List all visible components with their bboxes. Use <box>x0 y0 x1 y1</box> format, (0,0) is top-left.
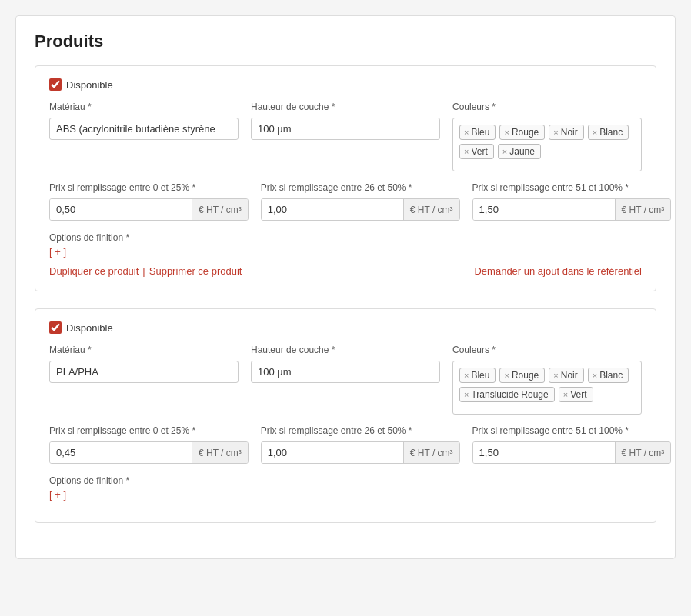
hauteur-label: Hauteur de couche * <box>251 345 440 355</box>
color-tag[interactable]: ×Bleu <box>459 368 496 383</box>
products-list: Disponible Matériau * Hauteur de couche … <box>35 65 656 523</box>
prix-51-100-label: Prix si remplissage entre 51 et 100% * <box>472 182 672 193</box>
disponible-label: Disponible <box>66 322 113 334</box>
materiau-label: Matériau * <box>49 345 239 355</box>
main-fields-row: Matériau * Hauteur de couche * Couleurs … <box>49 345 642 415</box>
prix-51-100-group: Prix si remplissage entre 51 et 100% * €… <box>472 182 672 221</box>
prix-51-100-unit: € HT / cm³ <box>615 442 671 463</box>
color-tag[interactable]: ×Translucide Rouge <box>459 387 555 402</box>
prix-26-50-unit: € HT / cm³ <box>403 199 459 220</box>
color-remove-icon[interactable]: × <box>504 128 509 137</box>
color-tag[interactable]: ×Rouge <box>499 125 545 140</box>
color-remove-icon[interactable]: × <box>563 390 568 399</box>
couleurs-label: Couleurs * <box>452 345 642 355</box>
finition-section: Options de finition * [ + ] <box>49 231 642 258</box>
disponible-row: Disponible <box>49 78 642 91</box>
color-remove-icon[interactable]: × <box>553 371 558 380</box>
add-finition-button[interactable]: [ + ] <box>49 489 66 501</box>
prix-0-25-input[interactable] <box>50 442 192 463</box>
prix-0-25-wrapper: € HT / cm³ <box>49 198 249 221</box>
prix-0-25-input[interactable] <box>50 199 192 220</box>
couleurs-group: Couleurs * ×Bleu ×Rouge ×Noir ×Blanc ×Ve… <box>452 102 642 171</box>
disponible-row: Disponible <box>49 321 642 334</box>
delete-button[interactable]: Supprimer ce produit <box>149 265 242 277</box>
prix-51-100-label: Prix si remplissage entre 51 et 100% * <box>472 425 672 436</box>
couleurs-group: Couleurs * ×Bleu ×Rouge ×Noir ×Blanc ×Tr… <box>452 345 642 415</box>
page-container: Produits Disponible Matériau * Hauteur d… <box>15 15 676 559</box>
couleurs-label: Couleurs * <box>452 102 642 112</box>
color-tag[interactable]: ×Noir <box>549 368 583 383</box>
hauteur-group: Hauteur de couche * <box>251 345 440 415</box>
main-fields-row: Matériau * Hauteur de couche * Couleurs … <box>49 102 642 171</box>
color-tag[interactable]: ×Blanc <box>588 125 629 140</box>
price-row: Prix si remplissage entre 0 et 25% * € H… <box>49 182 642 221</box>
prix-51-100-input[interactable] <box>473 199 615 220</box>
color-tag[interactable]: ×Rouge <box>499 368 545 383</box>
prix-26-50-wrapper: € HT / cm³ <box>261 198 460 221</box>
color-tag[interactable]: ×Blanc <box>588 368 629 383</box>
disponible-label: Disponible <box>66 79 113 91</box>
prix-0-25-group: Prix si remplissage entre 0 et 25% * € H… <box>49 182 249 221</box>
color-remove-icon[interactable]: × <box>464 147 469 156</box>
finition-label: Options de finition * <box>49 475 129 486</box>
actions-row: Dupliquer ce produit | Supprimer ce prod… <box>49 265 642 277</box>
prix-26-50-group: Prix si remplissage entre 26 et 50% * € … <box>261 182 460 221</box>
prix-26-50-input[interactable] <box>262 442 403 463</box>
color-remove-icon[interactable]: × <box>502 147 507 156</box>
product-block-2: Disponible Matériau * Hauteur de couche … <box>35 308 656 523</box>
prix-51-100-group: Prix si remplissage entre 51 et 100% * €… <box>472 425 672 464</box>
referentiel-link[interactable]: Demander un ajout dans le référentiel <box>474 265 642 277</box>
hauteur-input[interactable] <box>251 118 440 140</box>
action-links-left: Dupliquer ce produit | Supprimer ce prod… <box>49 265 242 277</box>
prix-26-50-label: Prix si remplissage entre 26 et 50% * <box>261 425 460 436</box>
hauteur-group: Hauteur de couche * <box>251 102 440 171</box>
color-tag[interactable]: ×Bleu <box>459 125 496 140</box>
color-remove-icon[interactable]: × <box>553 128 558 137</box>
color-tag[interactable]: ×Noir <box>549 125 583 140</box>
colors-box: ×Bleu ×Rouge ×Noir ×Blanc ×Vert ×Jaune <box>452 118 642 171</box>
prix-0-25-label: Prix si remplissage entre 0 et 25% * <box>49 425 249 436</box>
materiau-input[interactable] <box>49 361 239 383</box>
price-row: Prix si remplissage entre 0 et 25% * € H… <box>49 425 642 464</box>
materiau-group: Matériau * <box>49 345 239 415</box>
action-separator: | <box>142 265 145 277</box>
color-remove-icon[interactable]: × <box>593 128 597 137</box>
color-tag[interactable]: ×Vert <box>559 387 593 402</box>
finition-section: Options de finition * [ + ] <box>49 474 642 501</box>
prix-26-50-label: Prix si remplissage entre 26 et 50% * <box>261 182 460 193</box>
prix-26-50-wrapper: € HT / cm³ <box>261 441 460 464</box>
color-tag[interactable]: ×Vert <box>459 144 494 159</box>
prix-51-100-unit: € HT / cm³ <box>615 199 671 220</box>
color-remove-icon[interactable]: × <box>593 371 597 380</box>
color-remove-icon[interactable]: × <box>504 371 509 380</box>
duplicate-button[interactable]: Dupliquer ce produit <box>49 265 139 277</box>
prix-0-25-unit: € HT / cm³ <box>192 199 248 220</box>
prix-0-25-group: Prix si remplissage entre 0 et 25% * € H… <box>49 425 249 464</box>
materiau-group: Matériau * <box>49 102 239 171</box>
materiau-input[interactable] <box>49 118 239 140</box>
prix-51-100-wrapper: € HT / cm³ <box>472 441 672 464</box>
disponible-checkbox[interactable] <box>49 321 62 334</box>
prix-26-50-group: Prix si remplissage entre 26 et 50% * € … <box>261 425 460 464</box>
colors-box: ×Bleu ×Rouge ×Noir ×Blanc ×Translucide R… <box>452 361 642 415</box>
color-remove-icon[interactable]: × <box>464 371 469 380</box>
disponible-checkbox[interactable] <box>49 78 62 91</box>
prix-51-100-input[interactable] <box>473 442 615 463</box>
product-block-1: Disponible Matériau * Hauteur de couche … <box>35 65 656 291</box>
add-finition-button[interactable]: [ + ] <box>49 246 66 258</box>
prix-51-100-wrapper: € HT / cm³ <box>472 198 672 221</box>
hauteur-label: Hauteur de couche * <box>251 102 440 112</box>
prix-0-25-unit: € HT / cm³ <box>192 442 248 463</box>
hauteur-input[interactable] <box>251 361 440 383</box>
prix-26-50-unit: € HT / cm³ <box>403 442 459 463</box>
prix-0-25-wrapper: € HT / cm³ <box>49 441 249 464</box>
color-remove-icon[interactable]: × <box>464 128 469 137</box>
page-title: Produits <box>35 32 656 52</box>
color-tag[interactable]: ×Jaune <box>498 144 541 159</box>
prix-0-25-label: Prix si remplissage entre 0 et 25% * <box>49 182 249 193</box>
prix-26-50-input[interactable] <box>262 199 403 220</box>
finition-label: Options de finition * <box>49 232 129 243</box>
color-remove-icon[interactable]: × <box>464 390 469 399</box>
materiau-label: Matériau * <box>49 102 239 112</box>
